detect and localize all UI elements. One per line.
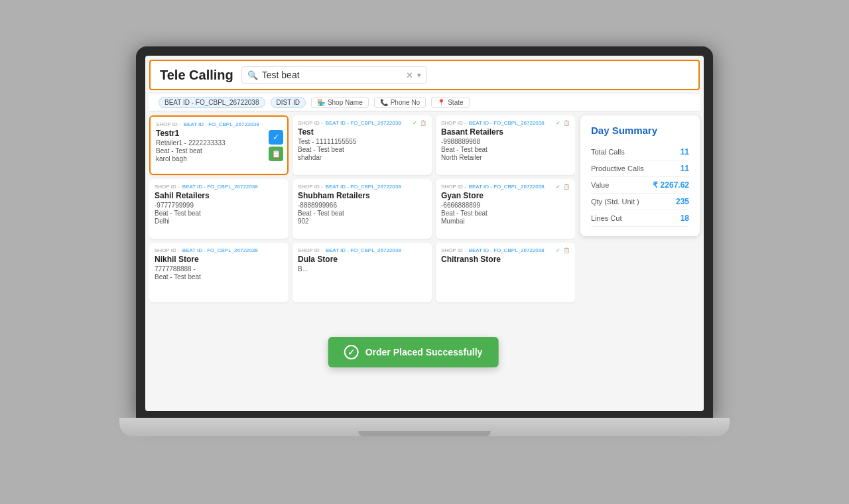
shop-beat: Beat - Test beat	[441, 210, 570, 217]
search-box[interactable]: 🔍 Test beat ✕ ▾	[241, 66, 427, 84]
check-icon: ✓	[413, 120, 417, 126]
shop-card-testr1[interactable]: SHOP ID - BEAT ID - FO_CBPL_26722038 Tes…	[149, 115, 289, 175]
shop-card-test[interactable]: SHOP ID - BEAT ID - FO_CBPL_26722038 ✓ 📋…	[293, 115, 432, 175]
phone-icon: 📞	[380, 99, 388, 106]
list-icon: 📋	[563, 184, 570, 190]
shop-location: North Retailer	[441, 154, 570, 161]
check-icon: ✓	[556, 120, 560, 126]
summary-row-lines-cut: Lines Cut 18	[591, 210, 689, 227]
shop-location: Mumbai	[441, 218, 570, 225]
shop-name: Basant Retailers	[441, 127, 570, 137]
shop-card-nikhil[interactable]: SHOP ID - BEAT ID - FO_CBPL_26722038 Nik…	[149, 243, 289, 302]
search-dropdown-icon[interactable]: ▾	[417, 71, 421, 80]
shop-phone: -9777799999	[155, 202, 283, 209]
dist-filter-pill[interactable]: DIST ID	[271, 97, 306, 108]
list-icon: 📋	[563, 247, 570, 253]
call-button[interactable]: ✓	[269, 130, 283, 145]
shop-name: Chitransh Store	[441, 255, 570, 264]
list-icon: 📋	[420, 120, 426, 126]
card-id-row: SHOP ID - BEAT ID - FO_CBPL_26722038	[155, 247, 283, 253]
shop-card-dula[interactable]: SHOP ID - BEAT ID - FO_CBPL_26722038 Dul…	[293, 243, 432, 302]
filter-bar: BEAT ID - FO_CBPL_26722038 DIST ID 🏪 Sho…	[149, 94, 700, 111]
card-id-row: SHOP ID - BEAT ID - FO_CBPL_26722038 ✓ 📋	[298, 120, 426, 126]
shop-name: Nikhil Store	[155, 255, 283, 264]
screen-bezel: Tele Calling 🔍 Test beat ✕ ▾ BEAT ID - F…	[136, 46, 713, 418]
shop-card-sahil[interactable]: SHOP ID - BEAT ID - FO_CBPL_26722038 Sah…	[149, 179, 289, 239]
check-icon: ✓	[556, 247, 560, 253]
summary-label: Lines Cut	[591, 214, 621, 222]
summary-value: 11	[681, 147, 689, 157]
shop-beat: Beat - Test beat	[155, 273, 283, 281]
location-icon: 📍	[437, 99, 445, 106]
summary-value: ₹ 2267.62	[653, 180, 689, 190]
summary-row-qty: Qty (Std. Unit ) 235	[591, 194, 689, 210]
shop-phone: Retailer1 - 2222233333	[156, 139, 282, 147]
card-id-row: SHOP ID - BEAT ID - FO_CBPL_26722038	[155, 184, 283, 190]
summary-row-productive-calls: Productive Calls 11	[591, 160, 689, 177]
screen-content: Tele Calling 🔍 Test beat ✕ ▾ BEAT ID - F…	[145, 56, 704, 411]
card-id-row: SHOP ID - BEAT ID - FO_CBPL_26722038	[298, 184, 426, 190]
check-icon: ✓	[556, 184, 560, 190]
search-icon: 🔍	[247, 70, 258, 80]
day-summary-panel: Day Summary Total Calls 11 Productive Ca…	[580, 115, 700, 236]
shop-name: Gyan Store	[441, 191, 570, 200]
shop-location: 902	[298, 218, 426, 225]
shop-phone: 7777788888 -	[155, 265, 283, 273]
main-area: SHOP ID - BEAT ID - FO_CBPL_26722038 Tes…	[145, 111, 704, 411]
shop-beat: Beat - Test beat	[155, 210, 283, 217]
card-id-row: SHOP ID - BEAT ID - FO_CBPL_26722038 ✓ 📋	[441, 184, 570, 190]
app-title: Tele Calling	[160, 68, 233, 83]
shop-name: Testr1	[156, 129, 282, 138]
cards-grid-wrapper: SHOP ID - BEAT ID - FO_CBPL_26722038 Tes…	[149, 115, 575, 407]
card-id-row: SHOP ID - BEAT ID - FO_CBPL_26722038	[156, 121, 282, 127]
summary-label: Qty (Std. Unit )	[591, 198, 639, 206]
shop-phone: Test - 11111155555	[298, 138, 426, 145]
shop-card-gyan[interactable]: SHOP ID - BEAT ID - FO_CBPL_26722038 ✓ 📋…	[436, 179, 575, 239]
shop-beat: Beat - Test beat	[298, 146, 426, 153]
shop-phone: -6666888899	[441, 202, 570, 209]
summary-value: 235	[676, 197, 689, 206]
state-filter[interactable]: 📍 State	[431, 97, 469, 108]
laptop-mockup: Tele Calling 🔍 Test beat ✕ ▾ BEAT ID - F…	[126, 46, 723, 458]
order-button[interactable]: 📋	[269, 147, 283, 161]
order-success-toast: ✓ Order Placed Successfully	[328, 337, 499, 367]
card-actions: ✓ 📋	[269, 130, 283, 161]
shop-location: karol bagh	[156, 155, 282, 162]
card-id-row: SHOP ID - BEAT ID - FO_CBPL_26722038 ✓ 📋	[441, 120, 570, 126]
shop-card-shubham[interactable]: SHOP ID - BEAT ID - FO_CBPL_26722038 Shu…	[293, 179, 432, 239]
summary-label: Total Calls	[591, 148, 625, 156]
summary-row-total-calls: Total Calls 11	[591, 144, 689, 160]
summary-label: Value	[591, 181, 609, 189]
summary-label: Productive Calls	[591, 164, 643, 172]
shop-location: Delhi	[155, 218, 283, 225]
beat-filter-pill[interactable]: BEAT ID - FO_CBPL_26722038	[159, 97, 265, 108]
shop-icon: 🏪	[317, 99, 325, 106]
card-id-row: SHOP ID - BEAT ID - FO_CBPL_26722038 ✓ 📋	[441, 247, 570, 253]
shop-name: Sahil Retailers	[155, 191, 283, 200]
shop-name: Test	[298, 127, 426, 137]
shop-phone: -8888999966	[298, 202, 426, 209]
search-clear-button[interactable]: ✕	[406, 70, 413, 80]
laptop-base	[119, 418, 730, 436]
shop-phone: -9988889988	[441, 138, 570, 145]
shop-name: Dula Store	[298, 255, 426, 264]
shop-card-chitransh[interactable]: SHOP ID - BEAT ID - FO_CBPL_26722038 ✓ 📋…	[436, 243, 575, 302]
card-id-row: SHOP ID - BEAT ID - FO_CBPL_26722038	[298, 247, 426, 253]
shop-location: shahdar	[298, 154, 426, 161]
shop-name-filter[interactable]: 🏪 Shop Name	[311, 97, 369, 108]
toast-message: Order Placed Successfully	[365, 347, 483, 357]
summary-value: 18	[681, 214, 689, 223]
list-icon: 📋	[563, 120, 570, 126]
summary-title: Day Summary	[591, 125, 689, 136]
shop-beat: Beat - Test beat	[298, 210, 426, 217]
shop-card-basant[interactable]: SHOP ID - BEAT ID - FO_CBPL_26722038 ✓ 📋…	[436, 115, 575, 175]
phone-filter[interactable]: 📞 Phone No	[374, 97, 426, 108]
cards-grid: SHOP ID - BEAT ID - FO_CBPL_26722038 Tes…	[149, 115, 575, 302]
top-bar: Tele Calling 🔍 Test beat ✕ ▾	[149, 60, 700, 90]
search-value: Test beat	[262, 70, 402, 80]
summary-value: 11	[681, 164, 689, 173]
screen: Tele Calling 🔍 Test beat ✕ ▾ BEAT ID - F…	[145, 56, 704, 411]
summary-row-value: Value ₹ 2267.62	[591, 177, 689, 194]
toast-check-icon: ✓	[344, 345, 359, 359]
shop-beat: Beat - Test beat	[156, 147, 282, 155]
